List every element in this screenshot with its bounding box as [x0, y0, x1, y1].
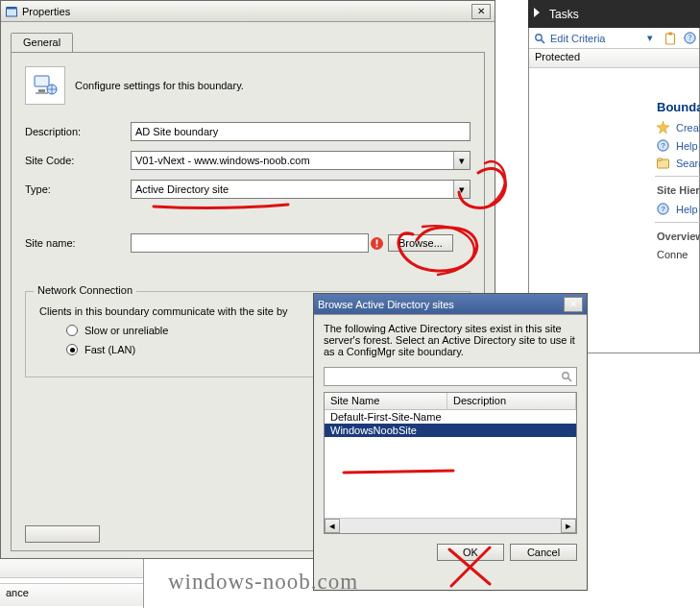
- cancel-button[interactable]: Cancel: [510, 544, 577, 561]
- clipboard-icon[interactable]: [661, 32, 680, 45]
- ok-button[interactable]: OK: [437, 544, 504, 561]
- folder-search-icon: [657, 158, 670, 169]
- properties-title: Properties: [22, 6, 70, 17]
- type-label: Type:: [25, 183, 131, 195]
- close-button[interactable]: ✕: [564, 297, 583, 312]
- browse-search-box[interactable]: [324, 367, 577, 386]
- task-help-1-label: Help: [676, 140, 698, 152]
- background-fragment: ance: [0, 555, 144, 608]
- task-search[interactable]: Search: [649, 155, 700, 172]
- svg-text:?: ?: [661, 141, 665, 150]
- sitename-input[interactable]: [131, 233, 369, 253]
- intro-text: Configure settings for this boundary.: [75, 80, 244, 91]
- sitename-label: Site name:: [25, 237, 131, 249]
- svg-text:?: ?: [688, 34, 691, 42]
- chevron-down-icon: ▾: [459, 155, 465, 167]
- task-create[interactable]: Create: [649, 118, 700, 136]
- col-description[interactable]: Description: [447, 393, 576, 409]
- browse-title: Browse Active Directory sites: [318, 299, 454, 310]
- background-column-header[interactable]: Protected: [529, 49, 699, 68]
- warning-icon: [369, 235, 384, 251]
- watermark: windows-noob.com: [168, 570, 358, 595]
- browse-button[interactable]: Browse...: [388, 234, 453, 252]
- svg-rect-16: [38, 89, 45, 92]
- type-combo[interactable]: Active Directory site ▾: [131, 180, 471, 199]
- properties-titlebar[interactable]: Properties ✕: [1, 1, 495, 22]
- edit-criteria-label: Edit Criteria: [550, 33, 647, 44]
- sitecode-value: V01-vNext - www.windows-noob.com: [132, 155, 453, 166]
- tab-general-label: General: [23, 36, 60, 48]
- tasks-side-panel: Boundar Create ? Help Search Site Hiera …: [649, 96, 700, 263]
- task-help-2-label: Help: [676, 204, 698, 215]
- tasks-header-label: Tasks: [549, 8, 579, 21]
- search-icon: [529, 33, 550, 44]
- close-icon: ✕: [569, 299, 577, 309]
- boundary-icon: [25, 66, 65, 105]
- svg-rect-10: [658, 158, 663, 160]
- type-dropdown-button[interactable]: ▾: [453, 181, 470, 198]
- scroll-right-button[interactable]: ▸: [561, 519, 576, 533]
- col-site-name[interactable]: Site Name: [325, 393, 447, 409]
- dialog-button-cut[interactable]: [25, 525, 100, 543]
- scroll-left-button[interactable]: ◂: [325, 519, 340, 533]
- svg-marker-6: [657, 121, 669, 134]
- help-icon[interactable]: ?: [680, 32, 699, 44]
- divider: [655, 176, 700, 177]
- chevron-right-icon: ▸: [566, 520, 571, 532]
- svg-rect-15: [35, 76, 49, 86]
- overview-item[interactable]: Conne: [649, 246, 700, 263]
- cancel-button-label: Cancel: [527, 547, 560, 558]
- tasks-header-bar[interactable]: Tasks: [528, 0, 700, 28]
- tab-strip: General: [1, 22, 495, 52]
- chevron-down-icon: ▾: [459, 183, 465, 196]
- overview-item-label: Conne: [657, 249, 688, 260]
- radio-icon: [66, 344, 78, 355]
- sitecode-combo[interactable]: V01-vNext - www.windows-noob.com ▾: [131, 151, 471, 170]
- browse-button-label: Browse...: [398, 237, 443, 249]
- overview-title: Overview: [649, 227, 700, 246]
- sites-list-header[interactable]: Site Name Description: [325, 393, 576, 410]
- browse-ad-sites-dialog: Browse Active Directory sites ✕ The foll…: [313, 293, 588, 591]
- chevron-left-icon: ◂: [329, 520, 335, 532]
- browse-search-input[interactable]: [325, 368, 557, 385]
- tab-general[interactable]: General: [11, 33, 73, 53]
- help-icon: ?: [657, 139, 670, 152]
- fragment-label: ance: [0, 583, 143, 606]
- sitecode-label: Site Code:: [25, 155, 131, 166]
- radio-fast-label: Fast (LAN): [84, 344, 135, 355]
- edit-criteria-bar[interactable]: Edit Criteria ▾ ?: [529, 28, 699, 49]
- svg-rect-3: [668, 32, 672, 35]
- type-value: Active Directory site: [132, 183, 453, 195]
- task-search-label: Search: [676, 158, 700, 169]
- task-help-1[interactable]: ? Help: [649, 136, 700, 155]
- svg-rect-14: [7, 7, 17, 9]
- list-item[interactable]: Default-First-Site-Name: [325, 410, 576, 424]
- svg-rect-2: [666, 34, 675, 44]
- horizontal-scrollbar[interactable]: ◂ ▸: [325, 518, 576, 533]
- ok-button-label: OK: [463, 547, 478, 558]
- site-name-cell: Default-First-Site-Name: [330, 411, 570, 423]
- window-icon: [5, 5, 18, 18]
- svg-rect-21: [375, 245, 377, 247]
- help-icon: ?: [657, 203, 670, 215]
- svg-rect-20: [375, 239, 377, 244]
- radio-slow-label: Slow or unreliable: [84, 325, 168, 336]
- svg-line-1: [542, 39, 544, 42]
- svg-point-22: [563, 373, 568, 378]
- site-name-cell: WindowsNoobSite: [330, 425, 570, 436]
- task-create-label: Create: [676, 122, 700, 134]
- browse-titlebar[interactable]: Browse Active Directory sites ✕: [314, 294, 587, 315]
- close-button[interactable]: ✕: [471, 4, 491, 19]
- description-label: Description:: [25, 126, 131, 137]
- description-input[interactable]: [131, 122, 471, 141]
- network-legend: Network Connection: [34, 284, 136, 296]
- svg-line-23: [568, 378, 571, 381]
- chevron-down-icon: ▾: [647, 32, 661, 44]
- sitecode-dropdown-button[interactable]: ▾: [453, 152, 470, 169]
- task-help-2[interactable]: ? Help: [649, 200, 700, 218]
- divider: [655, 222, 700, 223]
- svg-rect-17: [36, 92, 48, 94]
- list-item[interactable]: WindowsNoobSite: [325, 424, 576, 437]
- svg-text:?: ?: [661, 205, 665, 213]
- sites-list[interactable]: Site Name Description Default-First-Site…: [324, 392, 577, 534]
